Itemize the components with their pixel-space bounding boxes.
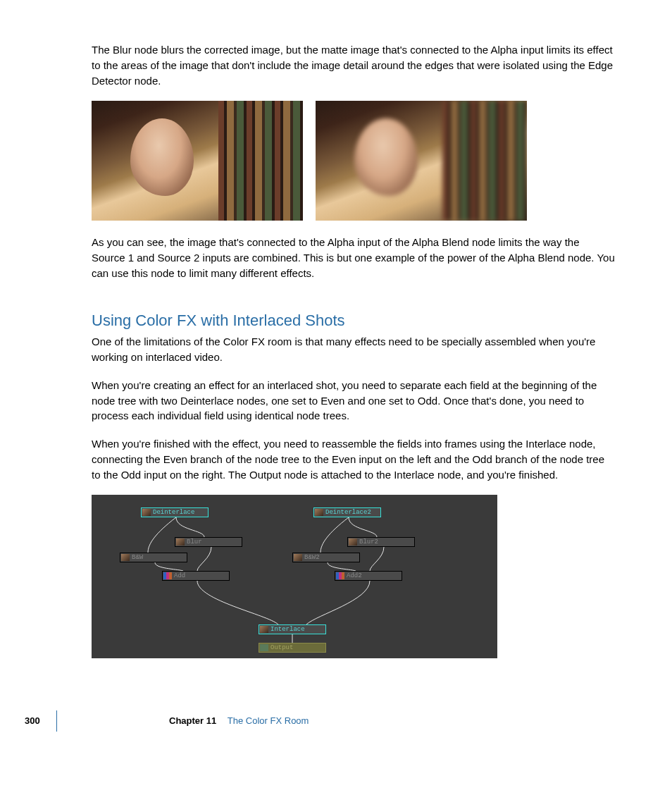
node-deinterlace: Deinterlace	[141, 507, 209, 517]
node-add: Add	[162, 571, 230, 581]
node-add2: Add2	[335, 571, 402, 581]
node-deinterlace2: Deinterlace2	[313, 507, 381, 517]
page-number: 300	[25, 715, 40, 728]
example-image-blurred	[316, 101, 527, 221]
chapter-reference: Chapter 11 The Color FX Room	[169, 715, 309, 728]
paragraph-limitation: One of the limitations of the Color FX r…	[92, 334, 616, 365]
paragraph-blur-node: The Blur node blurs the corrected image,…	[92, 42, 616, 88]
chapter-label: Chapter 11	[169, 715, 216, 726]
node-bw: B&W	[120, 553, 187, 562]
paragraph-deinterlace: When you're creating an effect for an in…	[92, 378, 616, 424]
example-image-original	[92, 101, 303, 221]
footer-divider	[56, 710, 57, 732]
node-blur2: Blur2	[347, 537, 415, 547]
page-content: The Blur node blurs the corrected image,…	[0, 0, 672, 708]
section-heading: Using Color FX with Interlaced Shots	[92, 309, 616, 332]
node-graph-figure: Deinterlace Blur B&W Add Deinterlace2 Bl…	[92, 495, 497, 658]
chapter-title: The Color FX Room	[228, 715, 309, 726]
node-output: Output	[259, 643, 326, 653]
page-footer: 300 Chapter 11 The Color FX Room	[0, 715, 672, 743]
paragraph-interlace: When you're finished with the effect, yo…	[92, 436, 616, 482]
node-bw2: B&W2	[292, 553, 360, 562]
image-pair	[92, 101, 616, 221]
paragraph-alpha-blend: As you can see, the image that's connect…	[92, 235, 616, 281]
node-interlace: Interlace	[259, 624, 326, 634]
node-blur: Blur	[175, 537, 242, 547]
